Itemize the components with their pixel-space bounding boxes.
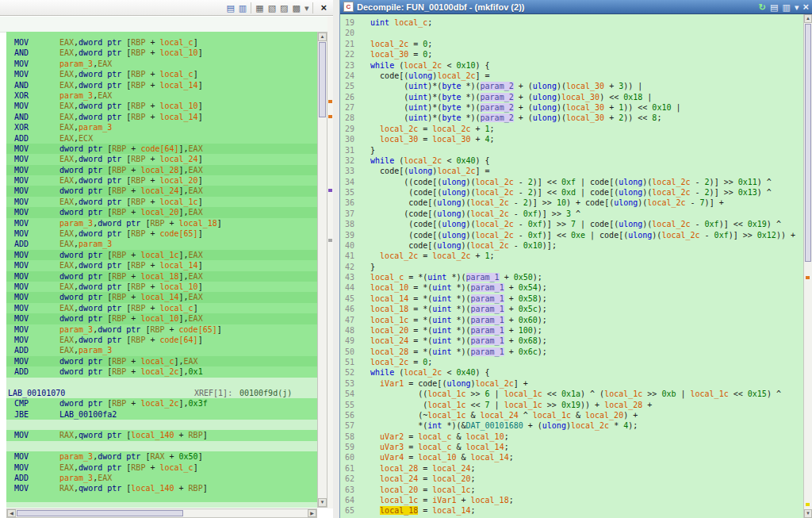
decomp-line[interactable]: 27 (uint)*(byte *)(param_2 + (ulong)(loc… [340,102,804,113]
asm-label-row[interactable]: LAB_00101070XREF[1]:00100f9d(j) [6,388,317,398]
asm-row[interactable]: ADDEAX,ECX [6,133,317,144]
decomp-line[interactable]: 21 local_2c = 0; [340,39,804,49]
scroll-thumb[interactable] [319,42,326,117]
asm-row[interactable]: MOVRAX,qword ptr [local_140 + RBP] [6,430,317,440]
decomp-line[interactable]: 39 (code[(ulong)(local_2c - 0xf)] << 0xe… [340,230,804,240]
decomp-line[interactable]: 55 (local_1c << 7 | local_1c >> 0x19)) +… [340,400,804,410]
decomp-line[interactable]: 44 local_10 = *(uint *)(param_1 + 0x54); [340,282,804,293]
decomp-line[interactable]: 20 [340,28,804,38]
decomp-line[interactable]: 22 local_30 = 0; [340,49,804,59]
bytes-view-icon[interactable]: ▧ [268,1,276,15]
decomp-line[interactable]: 47 local_1c = *(uint *)(param_1 + 0x60); [340,315,804,325]
decomp-lines[interactable]: 19 uint local_c;2021 local_2c = 0;22 loc… [340,14,804,518]
decomp-line[interactable]: 53 iVar1 = code[(ulong)local_2c] + [340,378,804,389]
asm-row[interactable]: MOVEAX,dword ptr [RBP + code[64]] [6,335,317,345]
scroll-left-arrow-icon[interactable]: ◀ [7,509,16,517]
asm-row[interactable]: CMPdword ptr [RBP + local_2c],0x3f [6,398,317,409]
asm-row[interactable]: ANDEAX,dword ptr [RBP + local_14] [6,80,317,90]
asm-row[interactable]: MOVparam_3,dword ptr [RBP + local_18] [6,218,317,228]
decomp-line[interactable]: 63 local_20 = local_1c; [340,485,804,495]
decomp-line[interactable]: 51 local_2c = 0; [340,357,804,367]
scroll-down-arrow-icon[interactable]: ▼ [318,498,327,507]
decomp-line[interactable]: 42 } [340,262,804,272]
asm-row[interactable]: MOVEAX,dword ptr [RBP + local_14] [6,260,317,271]
asm-row[interactable]: MOVRAX,qword ptr [local_140 + RBP] [6,483,317,493]
decomp-line[interactable]: 40 code[(ulong)(local_2c - 0x10)]; [340,240,804,251]
dropdown-icon[interactable]: ▾ [795,1,799,13]
decomp-line[interactable]: 31 } [340,145,804,155]
asm-row[interactable]: ADDdword ptr [RBP + local_2c],0x1 [6,366,317,377]
asm-row[interactable]: MOVEAX,dword ptr [RBP + local_24] [6,154,317,164]
copy-icon[interactable]: ▤ [226,1,234,15]
decomp-line[interactable]: 38 (code[(ulong)(local_2c - 0xf)] >> 7 |… [340,219,804,229]
asm-row[interactable]: ADDEAX,param_3 [6,345,317,355]
decomp-line[interactable]: 61 local_28 = local_24; [340,463,804,474]
asm-row[interactable]: MOVEAX,dword ptr [RBP + local_1c] [6,197,317,207]
asm-row[interactable]: MOVdword ptr [RBP + local_c],EAX [6,356,317,366]
decompiler-titlebar[interactable]: C Decompile: FUN_00100dbf - (mkfifov (2)… [340,0,812,14]
asm-row[interactable]: XOREAX,param_3 [6,122,317,132]
close-icon[interactable]: × [802,1,809,13]
decomp-line[interactable]: 29 local_2c = local_2c + 1; [340,124,804,134]
scroll-up-arrow-icon[interactable]: ▲ [804,14,812,23]
decomp-line[interactable]: 60 uVar4 = local_10 & local_14; [340,452,804,462]
asm-row[interactable]: MOVdword ptr [RBP + local_28],EAX [6,165,317,175]
asm-row[interactable]: MOVEAX,dword ptr [RBP + local_10] [6,282,317,292]
asm-listing[interactable]: MOVEAX,dword ptr [RBP + local_c]ANDEAX,d… [6,32,317,508]
asm-row[interactable]: MOVEAX,dword ptr [RBP + local_c] [6,303,317,313]
listing-horizontal-scrollbar[interactable]: ◀ ▶ [6,508,317,518]
decomp-line[interactable]: 64 local_1c = iVar1 + local_18; [340,495,804,505]
scroll-up-arrow-icon[interactable]: ▲ [318,33,327,41]
decomp-line[interactable]: 59 uVar3 = local_c & local_14; [340,442,804,452]
asm-row[interactable]: MOVdword ptr [RBP + local_14],EAX [6,292,317,302]
asm-row[interactable]: ANDEAX,dword ptr [RBP + local_14] [6,112,317,122]
print-icon[interactable]: ▨ [280,1,288,15]
decomp-line[interactable]: 48 local_20 = *(uint *)(param_1 + 100); [340,325,804,336]
paste-icon[interactable]: ▥ [239,1,247,15]
decomp-line[interactable]: 50 local_28 = *(uint *)(param_1 + 0x6c); [340,347,804,357]
asm-row[interactable]: ADDparam_3,EAX [6,473,317,483]
decomp-line[interactable]: 33 code[(ulong)local_2c] = [340,166,804,176]
close-icon[interactable]: × [320,1,327,15]
scroll-thumb[interactable] [17,510,183,516]
decomp-line[interactable]: 49 local_24 = *(uint *)(param_1 + 0x68); [340,336,804,346]
asm-row[interactable]: MOVEAX,dword ptr [RBP + local_c] [6,37,317,48]
decomp-line[interactable]: 23 while (local_2c < 0x10) { [340,60,804,71]
asm-row[interactable]: MOVparam_3,dword ptr [RAX + 0x50] [6,451,317,462]
asm-row[interactable]: MOVEAX,dword ptr [RBP + local_c] [6,69,317,79]
decomp-line[interactable]: 36 code[(ulong)(local_2c - 2)] >> 10) + … [340,198,804,208]
copy-icon[interactable]: ▤ [770,1,778,13]
asm-row[interactable]: XORparam_3,EAX [6,90,317,101]
scroll-thumb[interactable] [805,24,811,262]
decomp-line[interactable]: 57 *(int *)(&DAT_00101680 + (ulong)local… [340,420,804,431]
decomp-line[interactable]: 35 (code[(ulong)(local_2c - 2)] << 0xd |… [340,187,804,198]
asm-row[interactable]: ANDEAX,dword ptr [RBP + local_10] [6,48,317,58]
decomp-line[interactable]: 52 while (local_2c < 0x40) { [340,367,804,378]
decomp-line[interactable]: 19 uint local_c; [340,17,804,28]
asm-row[interactable]: MOVdword ptr [RBP + local_18],EAX [6,271,317,282]
asm-row[interactable]: MOVEAX,dword ptr [RBP + local_20] [6,175,317,186]
decomp-line[interactable]: 26 (uint)*(byte *)(param_2 + (ulong)loca… [340,92,804,102]
dropdown-icon[interactable]: ▾ [304,1,309,15]
decomp-line[interactable]: 65 local_18 = local_14; [340,505,804,516]
decomp-line[interactable]: 32 while (local_2c < 0x40) { [340,155,804,166]
asm-row[interactable]: MOVdword ptr [RBP + local_1c],EAX [6,250,317,260]
decomp-line[interactable]: 28 (uint)*(byte *)(param_2 + (ulong)(loc… [340,113,804,123]
scroll-down-arrow-icon[interactable]: ▼ [804,509,812,518]
scroll-right-arrow-icon[interactable]: ▶ [308,509,316,517]
asm-row[interactable]: MOVEAX,dword ptr [RBP + local_c] [6,462,317,473]
decomp-line[interactable]: 62 local_24 = local_20; [340,474,804,484]
asm-row[interactable]: MOVdword ptr [RBP + local_10],EAX [6,313,317,324]
refresh-icon[interactable]: ↻ [759,1,766,13]
listing-vertical-scrollbar[interactable]: ▲ ▼ [317,32,327,508]
decompiler-vertical-scrollbar[interactable]: ▲ ▼ [803,14,812,518]
asm-row[interactable]: MOVEAX,dword ptr [RBP + local_10] [6,101,317,111]
decomp-line[interactable]: 37 (code[(ulong)(local_2c - 0xf)] >> 3 ^ [340,209,804,219]
decomp-line[interactable]: 56 (~local_1c & local_24 ^ local_1c & lo… [340,410,804,420]
decomp-line[interactable]: 41 local_2c = local_2c + 1; [340,251,804,261]
decomp-line[interactable]: 58 uVar2 = local_c & local_10; [340,432,804,442]
asm-row[interactable]: MOVparam_3,dword ptr [RBP + code[65]] [6,324,317,335]
asm-row[interactable]: MOVEAX,dword ptr [RBP + code[65]] [6,228,317,239]
asm-row[interactable]: MOVparam_3,EAX [6,59,317,69]
asm-row[interactable]: MOVdword ptr [RBP + local_24],EAX [6,186,317,196]
